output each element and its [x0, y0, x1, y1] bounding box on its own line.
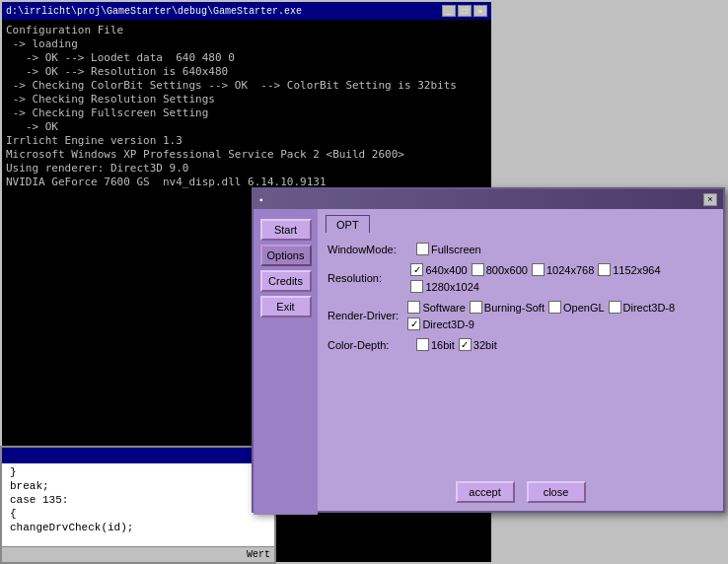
dialog-titlebar-buttons: ×	[703, 193, 717, 206]
close-dialog-button[interactable]: close	[527, 481, 586, 503]
fullscreen-label: Fullscreen	[431, 244, 481, 255]
opengl-item: OpenGL	[548, 301, 605, 314]
res-1024-checkbox[interactable]	[532, 263, 545, 276]
options-button[interactable]: Options	[260, 245, 312, 266]
settings-area: WindowMode: Fullscreen Resolution: 640x4…	[326, 239, 715, 363]
tab-opt[interactable]: OPT	[326, 215, 370, 233]
res-1024-item: 1024x768	[532, 263, 594, 276]
16bit-checkbox[interactable]	[416, 338, 429, 351]
start-button[interactable]: Start	[260, 219, 312, 241]
dialog-title-icon: ▪	[259, 194, 263, 205]
d3d8-checkbox[interactable]	[609, 301, 621, 314]
res-1152-checkbox[interactable]	[598, 263, 611, 276]
res-800-item: 800x600	[472, 263, 528, 276]
32bit-label: 32bit	[473, 339, 497, 351]
maximize-button[interactable]: □	[458, 5, 472, 17]
res-1024-label: 1024x768	[546, 264, 594, 276]
fullscreen-checkbox-item: Fullscreen	[416, 243, 481, 255]
opengl-checkbox[interactable]	[548, 301, 561, 314]
code-line-5: changeDrvCheck(id);	[10, 521, 266, 534]
res-1152-item: 1152x964	[598, 263, 660, 276]
color-depth-controls: 16bit 32bit	[416, 338, 497, 351]
render-driver-label: Render-Driver:	[328, 310, 407, 321]
d3d8-label: Direct3D-8	[623, 302, 676, 314]
resolution-row: Resolution: 640x400 800x600 1024x768	[328, 263, 713, 293]
dialog-content: OPT WindowMode: Fullscreen Resolution:	[318, 209, 723, 511]
burning-checkbox[interactable]	[470, 301, 482, 314]
software-label: Software	[422, 302, 465, 314]
dialog-footer: accept close	[318, 481, 723, 503]
tab-bar: OPT	[326, 215, 715, 233]
software-item: Software	[407, 301, 465, 314]
software-checkbox[interactable]	[407, 301, 420, 314]
fullscreen-checkbox[interactable]	[416, 243, 429, 255]
d3d9-label: Direct3D-9	[422, 318, 474, 330]
d3d8-item: Direct3D-8	[609, 301, 676, 314]
render-driver-controls: Software Burning-Soft OpenGL Direct3D-8	[407, 301, 713, 330]
accept-button[interactable]: accept	[456, 481, 515, 503]
code-editor-body: } break; case 135: { changeDrvCheck(id);	[2, 463, 274, 536]
console-titlebar: d:\irrlicht\proj\GameStarter\debug\GameS…	[2, 2, 491, 20]
32bit-item: 32bit	[459, 338, 497, 351]
burning-label: Burning-Soft	[484, 302, 545, 314]
window-mode-label: WindowMode:	[328, 244, 416, 255]
code-line-4: {	[10, 507, 266, 521]
minimize-button[interactable]: _	[442, 5, 456, 17]
res-1280-item: 1280x1024	[410, 280, 478, 293]
code-statusbar: Wert	[2, 546, 274, 562]
close-button[interactable]: ×	[473, 5, 487, 17]
d3d9-checkbox[interactable]	[407, 317, 420, 330]
statusbar-wert: Wert	[247, 549, 270, 560]
res-1152-label: 1152x964	[613, 264, 660, 276]
console-text: Configuration File -> loading -> OK --> …	[6, 24, 487, 189]
res-1280-label: 1280x1024	[425, 281, 478, 293]
code-editor-window: } break; case 135: { changeDrvCheck(id);…	[0, 446, 276, 564]
resolution-label: Resolution:	[328, 272, 410, 284]
dialog-sidebar: Start Options Credits Exit	[254, 209, 318, 515]
16bit-item: 16bit	[416, 338, 455, 351]
32bit-checkbox[interactable]	[459, 338, 472, 351]
res-800-checkbox[interactable]	[472, 263, 484, 276]
res-800-label: 800x600	[486, 264, 528, 276]
render-driver-row: Render-Driver: Software Burning-Soft Ope…	[328, 301, 713, 330]
dialog-close-button[interactable]: ×	[703, 193, 717, 206]
credits-button[interactable]: Credits	[260, 270, 312, 292]
code-editor-titlebar	[2, 448, 274, 463]
code-line-2: break;	[10, 479, 266, 493]
window-mode-controls: Fullscreen	[416, 243, 481, 255]
res-640-item: 640x400	[410, 263, 467, 276]
code-line-1: }	[10, 465, 266, 479]
console-titlebar-buttons: _ □ ×	[442, 5, 487, 17]
exit-button[interactable]: Exit	[260, 296, 312, 317]
console-title: d:\irrlicht\proj\GameStarter\debug\GameS…	[6, 6, 302, 17]
16bit-label: 16bit	[431, 339, 455, 351]
burning-item: Burning-Soft	[470, 301, 545, 314]
window-mode-row: WindowMode: Fullscreen	[328, 243, 713, 255]
code-line-3: case 135:	[10, 493, 266, 507]
res-640-label: 640x400	[425, 264, 467, 276]
color-depth-row: Color-Depth: 16bit 32bit	[328, 338, 713, 351]
d3d9-item: Direct3D-9	[407, 317, 474, 330]
resolution-controls: 640x400 800x600 1024x768 1152x964	[410, 263, 713, 293]
options-dialog: ▪ × Start Options Credits Exit OPT Windo…	[252, 187, 725, 513]
dialog-titlebar: ▪ ×	[254, 189, 723, 209]
res-1280-checkbox[interactable]	[410, 280, 423, 293]
opengl-label: OpenGL	[563, 302, 605, 314]
res-640-checkbox[interactable]	[410, 263, 423, 276]
color-depth-label: Color-Depth:	[328, 339, 416, 351]
